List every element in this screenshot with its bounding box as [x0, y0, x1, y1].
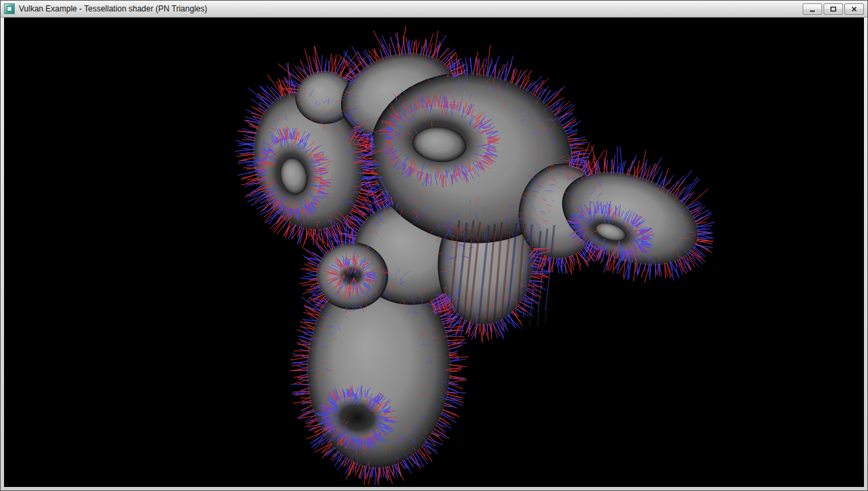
close-button[interactable] [844, 3, 864, 15]
app-icon-glyph [7, 6, 12, 11]
app-icon[interactable] [4, 3, 15, 14]
window-title: Vulkan Example - Tessellation shader (PN… [19, 4, 799, 13]
window-controls [803, 3, 864, 15]
window-frame [1, 18, 867, 490]
title-bar[interactable]: Vulkan Example - Tessellation shader (PN… [1, 1, 867, 18]
render-viewport[interactable] [4, 18, 864, 487]
maximize-icon [830, 5, 837, 13]
minimize-icon [809, 5, 816, 13]
close-icon [850, 5, 858, 13]
app-window: Vulkan Example - Tessellation shader (PN… [0, 0, 868, 491]
maximize-button[interactable] [824, 3, 843, 15]
minimize-button[interactable] [803, 3, 822, 15]
